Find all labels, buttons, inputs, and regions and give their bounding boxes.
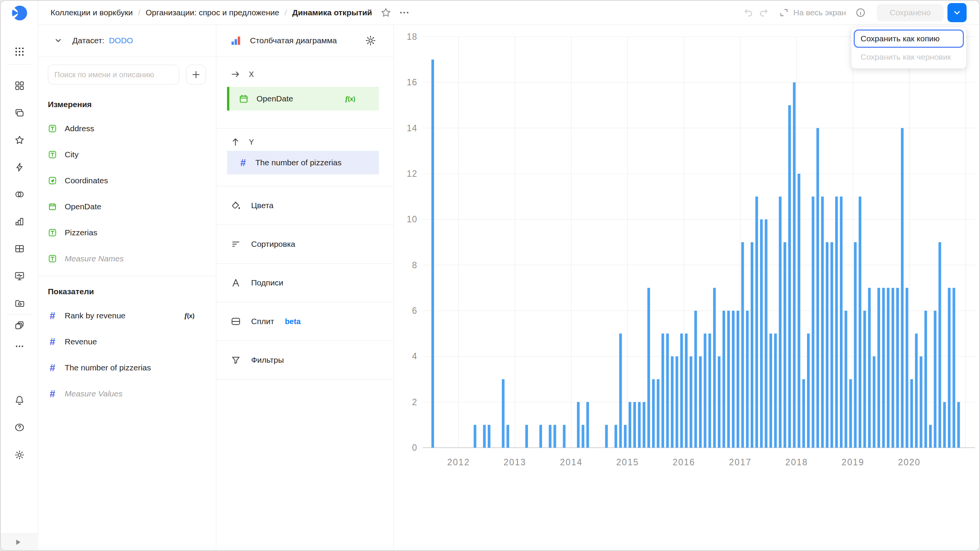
fullscreen-button[interactable]: На весь экран (779, 8, 846, 18)
field-item[interactable]: #Measure Values (48, 385, 216, 403)
bar[interactable] (685, 334, 688, 448)
save-as-copy-menu-item[interactable]: Сохранить как копию (854, 29, 964, 48)
bar[interactable] (863, 311, 866, 448)
bar[interactable] (760, 219, 763, 448)
bar[interactable] (671, 356, 673, 448)
bar[interactable] (746, 311, 749, 448)
bar[interactable] (887, 288, 890, 448)
bar[interactable] (431, 60, 434, 448)
bar[interactable] (657, 379, 660, 448)
bar[interactable] (614, 425, 617, 448)
bar[interactable] (647, 288, 650, 448)
bar[interactable] (666, 334, 669, 448)
bar[interactable] (821, 197, 824, 448)
bar[interactable] (709, 334, 711, 448)
relations-icon[interactable] (1, 185, 38, 204)
x-field-chip[interactable]: OpenDate f(x) (227, 87, 379, 111)
bar[interactable] (798, 174, 800, 448)
bar[interactable] (680, 334, 683, 448)
bar[interactable] (934, 311, 936, 448)
bar[interactable] (774, 334, 777, 448)
bar[interactable] (502, 379, 505, 448)
bar[interactable] (835, 197, 838, 448)
bar[interactable] (689, 356, 692, 448)
bar[interactable] (892, 288, 894, 448)
bar[interactable] (924, 311, 927, 448)
bar[interactable] (539, 425, 542, 448)
bar[interactable] (957, 402, 960, 448)
add-field-button[interactable] (186, 65, 206, 85)
bar[interactable] (704, 334, 706, 448)
bar[interactable] (844, 311, 847, 448)
bar[interactable] (563, 425, 565, 448)
bar[interactable] (952, 288, 955, 448)
field-item[interactable]: #Rank by revenuef(x) (48, 307, 216, 324)
field-search-input[interactable] (48, 65, 179, 85)
bar[interactable] (915, 334, 918, 448)
info-icon[interactable] (853, 5, 868, 20)
undo-icon[interactable] (741, 5, 756, 20)
apps-grid-icon[interactable] (1, 42, 38, 61)
play-icon[interactable] (14, 538, 22, 546)
bar[interactable] (765, 219, 768, 448)
field-item[interactable]: Pizzerias (48, 224, 216, 241)
chart-type-label[interactable]: Столбчатая диаграмма (250, 36, 363, 45)
bar[interactable] (581, 425, 584, 448)
bar[interactable] (939, 242, 941, 448)
bar[interactable] (817, 128, 819, 448)
bar[interactable] (554, 425, 556, 448)
bar[interactable] (619, 334, 622, 448)
dataset-name-link[interactable]: DODO (109, 36, 133, 45)
field-item[interactable]: Measure Names (48, 250, 216, 267)
bar[interactable] (732, 311, 735, 448)
bar[interactable] (737, 311, 739, 448)
bar[interactable] (769, 334, 772, 448)
dashboards-icon[interactable] (1, 77, 38, 95)
field-item[interactable]: #Revenue (48, 333, 216, 350)
bar[interactable] (859, 197, 861, 448)
bar[interactable] (906, 288, 908, 448)
bar[interactable] (784, 242, 786, 448)
bar[interactable] (788, 105, 791, 448)
save-dropdown-button[interactable] (947, 3, 967, 22)
bar[interactable] (910, 379, 913, 448)
bar[interactable] (506, 425, 509, 448)
bar[interactable] (727, 311, 730, 448)
bar[interactable] (854, 242, 857, 448)
bar[interactable] (802, 379, 805, 448)
charts-icon[interactable] (1, 212, 38, 231)
bar[interactable] (652, 379, 655, 448)
bar[interactable] (624, 425, 627, 448)
functions-icon[interactable] (1, 158, 38, 176)
bar[interactable] (807, 334, 810, 448)
bar[interactable] (826, 242, 828, 448)
breadcrumb-collections[interactable]: Коллекции и воркбуки (51, 8, 133, 17)
field-item[interactable]: Address (48, 120, 216, 137)
breadcrumb-workbook[interactable]: Организации: спрос и предложение (145, 8, 279, 17)
bar[interactable] (755, 197, 758, 448)
bar[interactable] (676, 356, 678, 448)
redo-icon[interactable] (756, 5, 771, 20)
dataset-header[interactable]: Датасет: DODO (38, 24, 216, 57)
bar[interactable] (751, 242, 753, 448)
bar[interactable] (877, 288, 880, 448)
more-actions-icon[interactable] (397, 5, 412, 20)
config-row[interactable]: Цвета (216, 186, 394, 225)
bar[interactable] (779, 197, 782, 448)
bar[interactable] (577, 402, 580, 448)
bar[interactable] (694, 311, 697, 448)
monitoring-icon[interactable] (1, 267, 38, 285)
bar[interactable] (812, 197, 814, 448)
datalens-logo[interactable] (1, 5, 38, 21)
bar[interactable] (873, 356, 875, 448)
bar[interactable] (741, 242, 744, 448)
bar[interactable] (643, 402, 645, 448)
bar[interactable] (901, 128, 903, 448)
favorite-star-icon[interactable] (378, 5, 394, 20)
bar[interactable] (718, 356, 720, 448)
y-field-chip[interactable]: # The number of pizzerias (227, 151, 379, 174)
tables-icon[interactable] (1, 240, 38, 258)
bar[interactable] (633, 402, 636, 448)
services-icon[interactable] (1, 316, 38, 334)
bar[interactable] (629, 402, 631, 448)
